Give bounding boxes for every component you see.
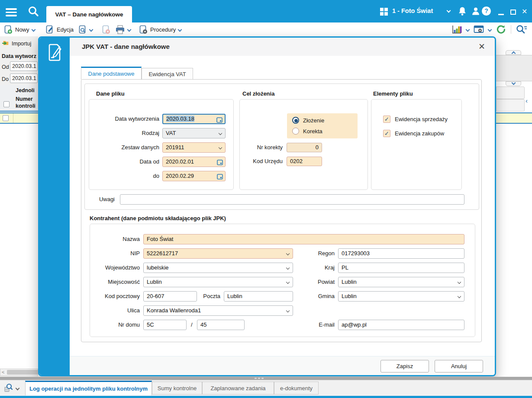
- calendar-icon[interactable]: [217, 173, 223, 180]
- selected-grid-row[interactable]: [0, 112, 38, 124]
- jpk-vat-dialog: JPK VAT - dane nagłówkowe ✕ Dane podstaw…: [38, 36, 496, 376]
- checkbox-ewidencja-sprzedazy[interactable]: ✓ Ewidencja sprzedaży: [383, 116, 448, 123]
- label-zestaw-danych: Zestaw danych: [89, 142, 159, 153]
- new-label: Nowy: [15, 26, 29, 33]
- checkbox-checked-icon: ✓: [383, 116, 390, 123]
- procedures-chevron-icon[interactable]: [178, 27, 182, 32]
- view-chevron-icon[interactable]: [89, 27, 94, 32]
- panel-splitter[interactable]: [0, 377, 532, 380]
- bottom-tab-log-operacji[interactable]: Log operacji na jednolitym pliku kontrol…: [25, 381, 152, 395]
- scroll-left-arrow-icon[interactable]: <: [2, 369, 4, 375]
- delete-button[interactable]: [102, 22, 110, 36]
- nazwa-input[interactable]: Foto Świat: [143, 234, 464, 244]
- nr-lokalu-input[interactable]: 45: [197, 320, 245, 330]
- date-to-input[interactable]: 2020.03.1: [10, 74, 38, 83]
- import-icon: [2, 40, 10, 47]
- log-view-button[interactable]: [3, 383, 19, 393]
- minimize-button[interactable]: [498, 14, 504, 15]
- radio-zlozenie[interactable]: Złożenie: [292, 117, 324, 124]
- zestaw-danych-value: 201911: [166, 144, 184, 151]
- user-icon[interactable]: [471, 6, 480, 16]
- rodzaj-select[interactable]: VAT: [162, 128, 226, 138]
- procedures-label: Procedury: [150, 26, 176, 33]
- check-purchases-label: Ewidencja zakupów: [395, 130, 444, 137]
- ulica-select[interactable]: Konrada Wallenroda1: [143, 305, 293, 316]
- log-chevron-icon[interactable]: [16, 386, 20, 390]
- email-input[interactable]: ap@wp.pl: [338, 320, 464, 330]
- save-button[interactable]: Zapisz: [380, 360, 429, 372]
- new-button[interactable]: Nowy: [4, 22, 35, 36]
- bottom-tab-e-dokumenty[interactable]: e-dokumenty: [274, 382, 319, 395]
- checkbox-ewidencja-zakupow[interactable]: ✓ Ewidencja zakupów: [383, 130, 444, 137]
- select-all-checkbox[interactable]: [3, 101, 10, 107]
- tab-dane-podstawowe[interactable]: Dane podstawowe: [81, 67, 142, 80]
- tab-vat-dane-naglowkowe[interactable]: VAT – Dane nagłówkowe: [46, 6, 132, 22]
- collapse-down-tab[interactable]: [506, 81, 521, 86]
- view-button[interactable]: [79, 22, 93, 36]
- label-uwagi: Uwagi: [84, 194, 115, 205]
- wojewodztwo-select[interactable]: lubelskie: [143, 263, 293, 273]
- apps-grid-icon[interactable]: [380, 7, 388, 16]
- data-do-value: 2020.02.29: [166, 173, 194, 179]
- nip-select[interactable]: 5222612717: [143, 248, 293, 259]
- data-od-input[interactable]: 2020.02.01: [162, 157, 226, 167]
- bottom-tab-sumy-kontrolne[interactable]: Sumy kontrolne: [152, 382, 202, 395]
- label-poczta: Poczta: [199, 291, 220, 302]
- powiat-select[interactable]: Lublin: [338, 277, 464, 287]
- date-from-input[interactable]: 2020.03.1: [10, 61, 38, 71]
- right-filter-area: [496, 55, 532, 81]
- dialog-close-icon[interactable]: ✕: [478, 42, 485, 51]
- calendar-icon[interactable]: [217, 159, 223, 165]
- chart-chevron-icon[interactable]: [466, 27, 470, 32]
- data-wytworzenia-input[interactable]: 2020.03.18: [162, 114, 226, 124]
- data-do-input[interactable]: 2020.02.29: [162, 171, 226, 181]
- refresh-icon[interactable]: [496, 24, 506, 35]
- collapse-left-arrow-icon[interactable]: ‹: [526, 97, 528, 104]
- regon-input[interactable]: 017293003: [338, 248, 464, 259]
- radio-korekta[interactable]: Korekta: [292, 128, 322, 135]
- menu-hamburger-icon[interactable]: [6, 6, 17, 18]
- new-chevron-icon[interactable]: [31, 27, 35, 32]
- locator-search-icon[interactable]: [516, 24, 528, 35]
- import-button[interactable]: Importuj: [2, 40, 31, 47]
- close-window-button[interactable]: ✕: [522, 7, 527, 16]
- column-header-numer[interactable]: Numer: [16, 96, 33, 102]
- calendar-icon[interactable]: [216, 117, 222, 123]
- bottom-tab-zaplanowane-zadania[interactable]: Zaplanowane zadania: [202, 382, 274, 395]
- company-selector-label[interactable]: 1 - Foto Świat: [392, 7, 433, 14]
- document-plus-icon: [4, 25, 13, 34]
- zestaw-danych-select[interactable]: 201911: [162, 142, 226, 153]
- nr-korekty-input[interactable]: 0: [287, 143, 322, 152]
- data-wytworzenia-value: 2020.03.18: [166, 116, 194, 122]
- search-icon[interactable]: [27, 5, 39, 17]
- window-settings-chevron-icon[interactable]: [488, 27, 492, 32]
- column-header-kontrolny[interactable]: kontroli: [16, 103, 35, 109]
- uwagi-input[interactable]: [120, 194, 464, 205]
- print-button[interactable]: [115, 22, 131, 36]
- row-checkbox[interactable]: [3, 115, 9, 121]
- window-settings-icon[interactable]: [474, 25, 484, 34]
- help-icon[interactable]: ?: [482, 6, 491, 16]
- miejscowosc-value: Lublin: [147, 279, 162, 285]
- nr-domu-input[interactable]: 5C: [143, 320, 187, 330]
- procedures-button[interactable]: Procedury: [139, 22, 181, 36]
- miejscowosc-select[interactable]: Lublin: [143, 277, 293, 287]
- notifications-bell-icon[interactable]: [458, 6, 467, 16]
- kraj-input[interactable]: PL: [338, 263, 464, 273]
- scrollbar-thumb[interactable]: [7, 370, 39, 375]
- poczta-input[interactable]: Lublin: [224, 291, 293, 302]
- horizontal-scrollbar[interactable]: <: [0, 369, 38, 376]
- print-chevron-icon[interactable]: [127, 27, 132, 32]
- gmina-select[interactable]: Lublin: [338, 291, 464, 302]
- kod-pocztowy-input[interactable]: 20-607: [143, 291, 197, 302]
- chart-icon[interactable]: [451, 25, 462, 34]
- tab-ewidencja-vat[interactable]: Ewidencja VAT: [142, 68, 193, 80]
- column-header-jednolity[interactable]: Jednoli: [16, 87, 35, 93]
- selected-grid-row-right[interactable]: [496, 112, 532, 124]
- company-chevron-down-icon[interactable]: [447, 9, 451, 13]
- collapse-up-tab[interactable]: [506, 50, 521, 55]
- maximize-button[interactable]: [510, 10, 516, 15]
- kod-urzedu-input[interactable]: 0202: [287, 157, 322, 166]
- cancel-button[interactable]: Anuluj: [435, 360, 483, 372]
- edit-button[interactable]: Edycja: [46, 22, 74, 36]
